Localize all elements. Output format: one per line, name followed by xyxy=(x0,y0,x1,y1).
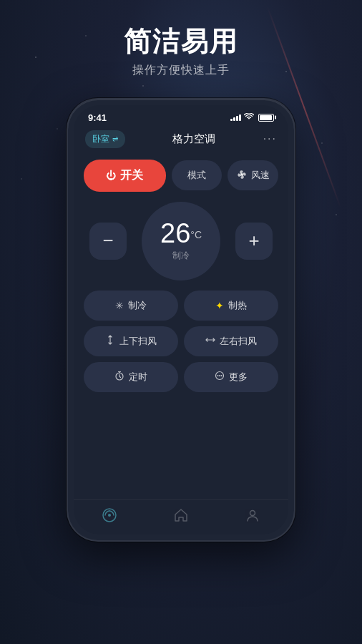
app-title: 格力空调 xyxy=(172,132,215,146)
cool-button[interactable]: ✳ 制冷 xyxy=(84,291,178,321)
cool-icon: ✳ xyxy=(115,300,124,311)
heat-icon: ✦ xyxy=(215,300,224,311)
phone-screen: 9:41 xyxy=(74,105,288,535)
svg-point-5 xyxy=(221,375,222,376)
signal-bar-4 xyxy=(239,114,241,121)
signal-bar-3 xyxy=(236,116,238,121)
fan-icon xyxy=(237,170,247,182)
temperature-mode: 制冷 xyxy=(172,250,190,262)
status-time: 9:41 xyxy=(88,112,107,123)
app-header: 卧室 ⇌ 格力空调 ··· xyxy=(74,126,288,154)
temperature-unit: °C xyxy=(190,229,202,240)
temperature-value-row: 26°C xyxy=(160,220,202,247)
more-options-label: 更多 xyxy=(229,371,248,384)
phone-frame: 9:41 xyxy=(67,98,295,542)
tab-profile[interactable] xyxy=(245,507,260,523)
function-grid: ✳ 制冷 ✦ 制热 上下扫风 xyxy=(84,291,278,392)
signal-bar-1 xyxy=(230,119,233,121)
top-row: ⏻ 开关 模式 xyxy=(84,160,278,192)
vertical-sweep-icon xyxy=(105,335,115,347)
horizontal-sweep-icon xyxy=(205,335,215,347)
heat-label: 制热 xyxy=(228,299,247,312)
room-switch-icon: ⇌ xyxy=(112,135,118,143)
battery-icon xyxy=(258,114,274,122)
room-selector[interactable]: 卧室 ⇌ xyxy=(85,130,125,148)
room-label: 卧室 xyxy=(92,133,109,145)
svg-point-0 xyxy=(240,173,243,176)
svg-point-7 xyxy=(108,514,111,517)
temp-minus-button[interactable]: − xyxy=(89,223,127,260)
cool-label: 制冷 xyxy=(128,299,147,312)
vertical-sweep-button[interactable]: 上下扫风 xyxy=(84,326,178,356)
svg-point-4 xyxy=(219,375,220,376)
status-icons xyxy=(230,113,274,122)
temperature-row: − 26°C 制冷 + xyxy=(84,199,278,283)
temperature-value: 26 xyxy=(160,218,190,248)
temp-plus-button[interactable]: + xyxy=(235,223,273,260)
hero-section: 简洁易用 操作方便快速上手 xyxy=(124,26,238,78)
page-content: 简洁易用 操作方便快速上手 9:41 xyxy=(0,0,362,644)
signal-icon xyxy=(230,114,241,121)
tab-bar xyxy=(74,499,288,535)
fan-label: 风速 xyxy=(251,169,270,182)
vertical-sweep-label: 上下扫风 xyxy=(119,335,157,348)
timer-icon xyxy=(114,371,124,383)
more-options-icon xyxy=(215,371,225,383)
status-bar: 9:41 xyxy=(74,105,288,126)
tab-remote[interactable] xyxy=(102,507,117,523)
wifi-icon xyxy=(244,113,254,122)
mode-button[interactable]: 模式 xyxy=(172,160,222,190)
svg-point-8 xyxy=(250,510,255,515)
tab-home[interactable] xyxy=(173,507,189,523)
heat-button[interactable]: ✦ 制热 xyxy=(184,291,278,321)
svg-point-3 xyxy=(217,375,219,376)
mode-label: 模式 xyxy=(187,169,206,182)
fan-button[interactable]: 风速 xyxy=(228,160,278,190)
battery-fill xyxy=(260,115,272,120)
more-button[interactable]: ··· xyxy=(263,132,277,145)
hero-title: 简洁易用 xyxy=(124,26,238,59)
horizontal-sweep-button[interactable]: 左右扫风 xyxy=(184,326,278,356)
minus-icon: − xyxy=(102,230,113,252)
more-options-button[interactable]: 更多 xyxy=(184,362,278,392)
signal-bar-2 xyxy=(233,117,235,121)
plus-icon: + xyxy=(248,230,259,252)
controls-area: ⏻ 开关 模式 xyxy=(74,154,288,499)
hero-subtitle: 操作方便快速上手 xyxy=(124,63,238,78)
timer-label: 定时 xyxy=(129,371,147,384)
power-button[interactable]: ⏻ 开关 xyxy=(84,160,166,192)
power-icon: ⏻ xyxy=(106,170,116,181)
horizontal-sweep-label: 左右扫风 xyxy=(220,335,257,348)
timer-button[interactable]: 定时 xyxy=(84,362,178,392)
power-label: 开关 xyxy=(120,168,143,183)
temperature-display: 26°C 制冷 xyxy=(142,202,220,280)
